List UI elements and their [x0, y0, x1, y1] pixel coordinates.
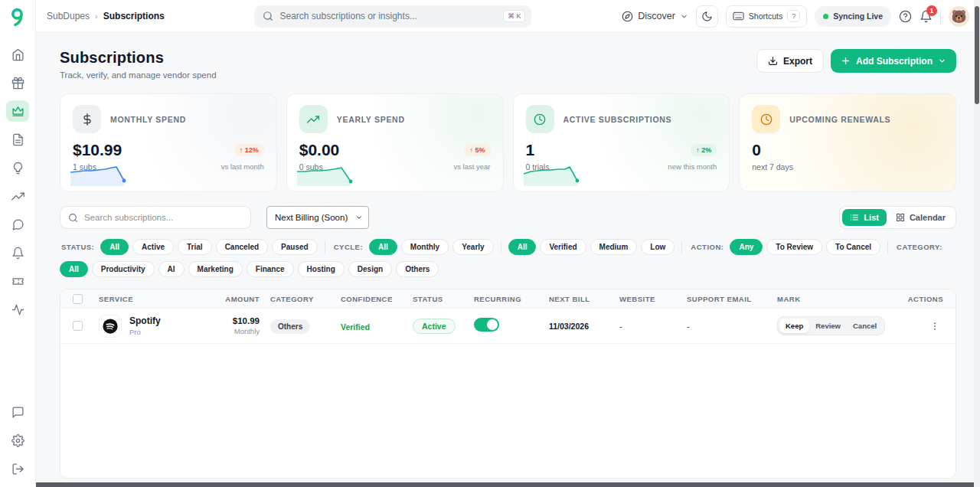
view-list-button[interactable]: List [842, 209, 887, 226]
subscription-search-input[interactable] [84, 213, 243, 222]
subdupes-logo[interactable] [8, 7, 28, 27]
notifications-button[interactable]: 1 [920, 10, 933, 23]
view-calendar-button[interactable]: Calendar [888, 209, 953, 226]
row-website: - [619, 322, 687, 331]
column-service[interactable]: SERVICE [99, 295, 212, 303]
filter-chip-any[interactable]: Any [730, 239, 763, 255]
horizontal-scrollbar-thumb[interactable] [36, 482, 974, 487]
document-icon[interactable] [6, 129, 29, 150]
column-recurring[interactable]: RECURRING [474, 295, 549, 303]
user-avatar[interactable]: 🐻 [949, 6, 969, 27]
stat-note: vs last month [221, 162, 264, 172]
spotify-logo-icon [99, 315, 122, 338]
filter-chip-all[interactable]: All [369, 239, 397, 255]
filter-chip-others[interactable]: Others [396, 261, 439, 277]
table-row: Spotify Pro $10.99 Monthly Others Verifi… [60, 309, 956, 344]
stat-value: $10.99 [73, 141, 122, 159]
settings-icon[interactable] [6, 430, 29, 451]
column-actions[interactable]: ACTIONS [907, 295, 943, 303]
filter-chip-paused[interactable]: Paused [272, 239, 318, 255]
breadcrumb-app[interactable]: SubDupes [47, 11, 90, 21]
crown-icon[interactable] [6, 100, 29, 122]
app-window: SubDupes › Subscriptions ⌘ K Discover [0, 0, 980, 487]
filter-chip-verified[interactable]: Verified [540, 239, 586, 255]
trending-up-icon[interactable] [6, 185, 29, 207]
logout-icon[interactable] [6, 458, 29, 479]
global-search-input[interactable] [279, 11, 496, 21]
keyboard-icon [733, 11, 744, 21]
stat-change-badge: ↑ 2% [691, 144, 717, 156]
sort-select[interactable]: Next Billing (Soon) [266, 206, 369, 229]
filter-chip-trial[interactable]: Trial [178, 239, 212, 255]
subscription-search[interactable] [60, 206, 251, 229]
column-category[interactable]: CATEGORY [260, 295, 330, 303]
row-status-badge: Active [413, 319, 456, 334]
gift-icon[interactable] [6, 72, 29, 93]
lightbulb-icon[interactable] [6, 157, 29, 178]
column-website[interactable]: WEBSITE [619, 295, 687, 303]
stat-cards: MONTHLY SPEND $10.99 ↑ 12% 1 subs vs las… [60, 93, 956, 192]
shortcuts-button[interactable]: Shortcuts ? [726, 5, 807, 28]
select-all-checkbox[interactable] [73, 294, 83, 304]
recurring-toggle[interactable] [474, 318, 499, 332]
bell-icon[interactable] [6, 242, 29, 263]
column-status[interactable]: STATUS [413, 295, 474, 303]
stat-note: vs last year [453, 162, 490, 172]
filter-chip-finance[interactable]: Finance [247, 261, 294, 277]
filter-chip-all[interactable]: All [508, 239, 537, 255]
mark-keep-button[interactable]: Keep [779, 319, 809, 333]
mark-review-button[interactable]: Review [809, 319, 847, 333]
filter-group-label: CYCLE: [334, 243, 363, 251]
stat-card-upcoming-renewals: UPCOMING RENEWALS 0 next 7 days [739, 93, 956, 192]
shortcuts-hint-badge: ? [787, 10, 800, 22]
feedback-icon[interactable] [6, 401, 29, 423]
column-next-bill[interactable]: NEXT BILL [549, 295, 619, 303]
filter-chip-design[interactable]: Design [348, 261, 392, 277]
activity-icon[interactable] [6, 299, 29, 320]
filter-chips: STATUS:AllActiveTrialCanceledPausedCYCLE… [60, 239, 956, 277]
filter-chip-low[interactable]: Low [641, 239, 675, 255]
dark-mode-toggle[interactable] [696, 5, 718, 28]
filter-chip-yearly[interactable]: Yearly [452, 239, 493, 255]
home-icon[interactable] [6, 44, 29, 65]
column-amount[interactable]: AMOUNT [212, 295, 260, 303]
global-search[interactable]: ⌘ K [254, 5, 531, 28]
export-button[interactable]: Export [756, 49, 824, 73]
ticket-icon[interactable] [6, 270, 29, 292]
filter-chip-hosting[interactable]: Hosting [298, 261, 345, 277]
column-mark[interactable]: MARK [777, 295, 907, 303]
filter-chip-to-cancel[interactable]: To Cancel [826, 239, 880, 255]
row-category-badge[interactable]: Others [270, 319, 310, 334]
filter-chip-ai[interactable]: AI [158, 261, 185, 277]
row-more-actions-button[interactable] [907, 321, 943, 332]
row-amount: $10.99 [212, 316, 260, 325]
discover-button[interactable]: Discover [622, 11, 688, 22]
row-confidence: Verified [341, 322, 370, 332]
filter-chip-productivity[interactable]: Productivity [92, 261, 155, 277]
filter-chip-to-review[interactable]: To Review [766, 239, 822, 255]
filter-chip-canceled[interactable]: Canceled [216, 239, 268, 255]
topbar: SubDupes › Subscriptions ⌘ K Discover [36, 0, 980, 33]
chat-icon[interactable] [6, 214, 29, 235]
help-button[interactable] [899, 10, 912, 23]
page-content: Subscriptions Track, verify, and manage … [36, 33, 980, 487]
column-support-email[interactable]: SUPPORT EMAIL [687, 295, 777, 303]
stat-label: MONTHLY SPEND [110, 115, 186, 124]
filter-chip-all[interactable]: All [60, 261, 88, 277]
filter-chip-marketing[interactable]: Marketing [188, 261, 243, 277]
clock-icon [752, 105, 780, 133]
mark-cancel-button[interactable]: Cancel [847, 319, 883, 333]
filter-chip-all[interactable]: All [100, 239, 129, 255]
stat-change-badge: ↑ 5% [464, 144, 490, 156]
service-name[interactable]: Spotify [129, 315, 161, 326]
filter-chip-medium[interactable]: Medium [590, 239, 638, 255]
stat-value: 0 [752, 141, 761, 159]
vertical-scrollbar-thumb[interactable] [975, 6, 979, 104]
export-label: Export [783, 56, 812, 67]
row-checkbox[interactable] [73, 321, 83, 331]
syncing-status: Syncing Live [815, 6, 891, 27]
add-subscription-button[interactable]: Add Subscription [831, 49, 956, 73]
column-confidence[interactable]: CONFIDENCE [330, 295, 413, 303]
filter-chip-monthly[interactable]: Monthly [401, 239, 449, 255]
filter-chip-active[interactable]: Active [132, 239, 174, 255]
